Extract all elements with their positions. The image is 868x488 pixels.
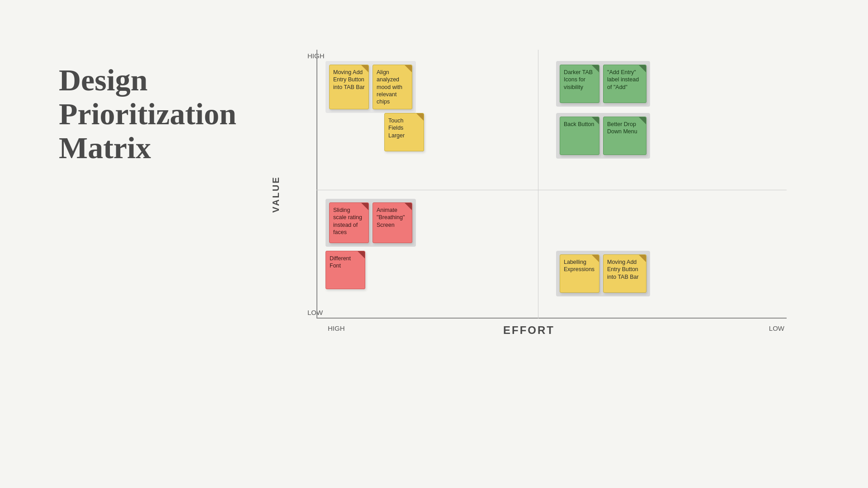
note-group-bottom-right: Labelling Expressions Moving Add Entry B… [556,251,650,296]
high-value-label: HIGH [307,52,325,60]
low-value-label: LOW [307,309,323,316]
note-group-top-left: Moving Add Entry Button into TAB Bar Ali… [326,61,416,113]
note-touch-fields-larger: Touch Fields Larger [384,113,424,151]
note-align-analyzed-mood: Align analyzed mood with relevant chips [373,65,412,109]
note-moving-add-entry-bottomright: Moving Add Entry Button into TAB Bar [603,254,646,293]
note-darker-tab-icons: Darker TAB Icons for visibility [560,65,599,103]
note-sliding-scale: Sliding scale rating instead of faces [329,202,369,243]
note-group-top-right-row1: Darker TAB Icons for visibility "Add Ent… [556,61,650,107]
page-title: Design Prioritization Matrix [59,63,231,164]
note-add-entry-label: "Add Entry" label instead of "Add" [603,65,646,103]
note-group-top-right-row2: Back Button Better Drop Down Menu [556,113,650,159]
value-axis-label: VALUE [271,176,281,212]
note-group-bottom-left-row1: Sliding scale rating instead of faces An… [326,199,416,247]
note-better-dropdown: Better Drop Down Menu [603,117,646,155]
note-different-font: Different Font [326,251,365,289]
note-animate-breathing: Animate "Breathing" Screen [373,202,412,243]
note-moving-add-entry-topleft: Moving Add Entry Button into TAB Bar [329,65,369,109]
note-back-button: Back Button [560,117,599,155]
x-axis [316,318,787,319]
note-labelling-expressions: Labelling Expressions [560,254,599,293]
y-axis [316,50,317,319]
effort-axis-label: EFFORT [503,324,555,337]
grid-divider-h [316,190,787,190]
high-effort-label: HIGH [328,324,345,332]
low-effort-label: LOW [769,324,784,332]
grid-divider-v [538,50,538,319]
